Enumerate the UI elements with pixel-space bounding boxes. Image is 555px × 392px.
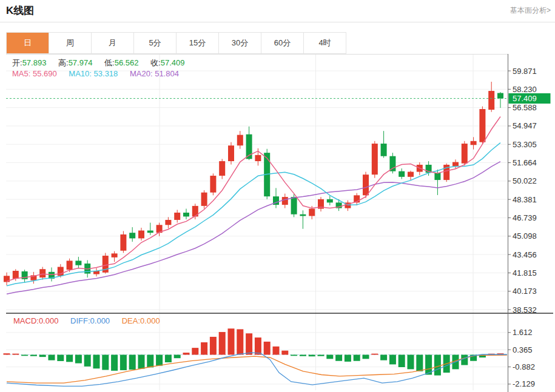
macd-bar (39, 355, 46, 357)
macd-bar (408, 355, 414, 370)
candle-body (255, 155, 261, 161)
dea-value: 0.000 (140, 316, 160, 325)
price-axis-label: 50.022 (513, 176, 537, 185)
macd-axis-label: -2.129 (513, 379, 535, 388)
candle-body (129, 233, 135, 238)
dea-label: DEA: (122, 316, 140, 325)
candle-body (138, 230, 144, 238)
macd-bar (335, 355, 342, 361)
tab-30分[interactable]: 30分 (219, 33, 261, 53)
ma5-label: MA5: (12, 69, 30, 78)
diff-value: 0.000 (90, 316, 110, 325)
macd-bar (345, 355, 351, 362)
candle-body (300, 214, 306, 216)
period-tab-bar: 日周月5分15分30分60分4时 (6, 32, 346, 54)
candle-body (497, 93, 503, 99)
macd-bar (273, 347, 280, 355)
macd-bar (201, 342, 207, 354)
macd-bar (281, 351, 288, 355)
candle-body (165, 220, 171, 225)
macd-bar (380, 355, 387, 360)
macd-bar (102, 355, 109, 370)
close-value: 57.409 (161, 58, 185, 67)
candle (201, 190, 207, 208)
tab-月[interactable]: 月 (92, 33, 134, 53)
tab-5分[interactable]: 5分 (134, 33, 177, 53)
candle-body (372, 144, 378, 174)
candle (408, 171, 414, 181)
macd-bar (192, 348, 198, 354)
candle (93, 268, 99, 276)
candle-body (389, 156, 395, 171)
macd-bar (219, 332, 226, 355)
diff-label: DIFF: (70, 316, 90, 325)
ma-row: MA5: 55.690 MA10: 53.318 MA20: 51.804 (12, 69, 189, 78)
candle (389, 153, 395, 173)
tab-60分[interactable]: 60分 (261, 33, 304, 53)
candle-body (219, 161, 225, 176)
candle (120, 231, 126, 253)
macd-bar (111, 355, 118, 371)
candle-body (174, 213, 180, 220)
macd-bar (183, 353, 190, 354)
candle (129, 227, 135, 242)
close-label: 收: (150, 58, 161, 67)
ma20-label: MA20: (130, 69, 153, 78)
ma20-line (7, 162, 500, 294)
candle-body (58, 267, 64, 276)
macd-bar (389, 355, 396, 365)
macd-bar (354, 355, 360, 361)
price-axis-label: 45.098 (513, 231, 537, 241)
candle (488, 82, 494, 112)
candle (147, 223, 153, 235)
candle-body (471, 141, 477, 145)
candle-body (479, 109, 485, 142)
price-axis-label: 59.871 (513, 67, 537, 76)
candle (345, 201, 351, 211)
candle-body (112, 253, 118, 257)
candle (4, 273, 10, 285)
macd-bar (326, 355, 333, 359)
candle-body (488, 91, 494, 110)
macd-bar (246, 333, 252, 354)
macd-axis-label: 1.612 (513, 328, 533, 337)
candle-body (291, 197, 297, 214)
candle (443, 164, 449, 182)
price-axis-label: 41.815 (513, 268, 537, 277)
candle (228, 142, 234, 165)
candle-body (228, 145, 234, 161)
candle (282, 194, 288, 208)
macd-bar (84, 355, 91, 367)
candle (462, 141, 468, 166)
high-label: 高: (58, 58, 69, 67)
macd-bar (165, 355, 172, 363)
macd-bar (174, 355, 181, 359)
macd-bar (156, 355, 163, 366)
ma5-value: 55.690 (33, 69, 57, 78)
macd-axis-label: 0.365 (513, 345, 533, 354)
tab-4时[interactable]: 4时 (304, 33, 346, 53)
tab-日[interactable]: 日 (7, 33, 49, 53)
open-value: 57.893 (22, 58, 47, 67)
price-axis-label: 54.947 (513, 121, 537, 130)
candle-body (75, 261, 81, 265)
candle (138, 228, 144, 241)
macd-bar (12, 354, 19, 355)
macd-bar (210, 337, 217, 355)
tab-周[interactable]: 周 (49, 33, 92, 53)
macd-value: 0.000 (39, 316, 59, 325)
candle (112, 251, 118, 262)
macd-label: MACD: (13, 316, 39, 325)
ohlc-row: 开:57.893 高:57.974 低:56.562 收:57.409 (12, 58, 194, 68)
macd-bar (4, 353, 10, 354)
macd-bar (129, 355, 136, 370)
candle-body (408, 172, 414, 177)
tab-15分[interactable]: 15分 (177, 33, 219, 53)
macd-bar (264, 342, 271, 355)
high-value: 57.974 (69, 58, 93, 67)
candle-body (210, 176, 216, 193)
macd-bar (318, 355, 325, 356)
candle (399, 168, 405, 179)
candle-body (201, 193, 207, 206)
macd-bar (309, 355, 315, 357)
